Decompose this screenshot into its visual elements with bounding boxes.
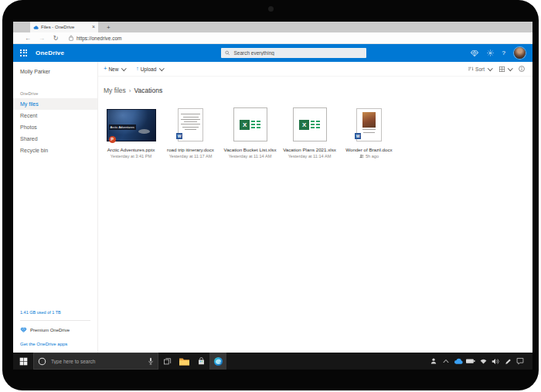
refresh-button[interactable]: ↻ bbox=[49, 35, 63, 42]
view-toggle-button[interactable] bbox=[499, 66, 512, 72]
sidebar-item-my-files[interactable]: My files bbox=[13, 98, 97, 110]
taskbar-search-box[interactable] bbox=[33, 353, 158, 370]
chevron-down-icon bbox=[159, 66, 164, 70]
taskbar-search-input[interactable] bbox=[49, 358, 145, 365]
page: Files - OneDrive × + ← → ↻ https://onedr… bbox=[0, 0, 541, 392]
file-modified: Yesterday at 11:17 AM bbox=[161, 154, 220, 159]
chevron-down-icon bbox=[121, 66, 126, 70]
task-view-icon bbox=[163, 357, 172, 366]
premium-diamond-icon[interactable] bbox=[471, 50, 478, 56]
user-name: Molly Parker bbox=[13, 62, 97, 74]
address-bar: ← → ↻ https://onedrive.com bbox=[13, 32, 532, 44]
sidebar-item-shared[interactable]: Shared bbox=[13, 133, 97, 145]
grid-view-icon bbox=[499, 66, 505, 72]
pen-icon bbox=[505, 358, 512, 365]
files-grid: Arctic AdventuresPArctic Adventures.pptx… bbox=[98, 94, 532, 159]
file-modified: Yesterday at 11:14 AM bbox=[220, 154, 280, 159]
sidebar-item-recent[interactable]: Recent bbox=[13, 110, 97, 121]
storage-usage-text: 1.41 GB used of 1 TB bbox=[13, 310, 97, 320]
url-text[interactable]: https://onedrive.com bbox=[77, 36, 122, 41]
start-button[interactable] bbox=[13, 353, 33, 370]
docx-photo-thumbnail: W bbox=[356, 108, 382, 141]
sidebar: Molly Parker OneDrive My filesRecentPhot… bbox=[13, 62, 98, 353]
upload-button[interactable]: ↑ Upload bbox=[136, 66, 164, 72]
thumbnail-photo bbox=[362, 112, 376, 128]
get-apps-link[interactable]: Get the OneDrive apps bbox=[13, 339, 97, 346]
show-hidden-icons-button[interactable] bbox=[440, 353, 452, 370]
pen-button[interactable] bbox=[502, 353, 514, 370]
people-button[interactable] bbox=[427, 353, 440, 370]
plus-icon: + bbox=[104, 66, 107, 72]
shared-icon bbox=[359, 154, 364, 159]
new-button[interactable]: + New bbox=[104, 66, 126, 72]
view-controls: Sort bbox=[468, 66, 525, 72]
header-search-input[interactable] bbox=[232, 49, 362, 56]
file-name: Wonder of Brazil.docx bbox=[339, 147, 399, 152]
file-modified: Yesterday at 3:41 PM bbox=[101, 154, 161, 159]
header-search-box[interactable] bbox=[221, 48, 366, 58]
breadcrumb-root[interactable]: My files bbox=[104, 87, 126, 94]
excel-grid-icon bbox=[311, 121, 320, 129]
onedrive-cloud-icon bbox=[33, 26, 39, 29]
file-tile[interactable]: Wroad trip itinerary.docxYesterday at 11… bbox=[161, 105, 220, 159]
onedrive-header: OneDrive ? bbox=[13, 44, 532, 62]
back-button[interactable]: ← bbox=[21, 35, 35, 42]
onedrive-brand[interactable]: OneDrive bbox=[36, 49, 64, 56]
help-button[interactable]: ? bbox=[502, 49, 505, 56]
thumbnail-caption: Arctic Adventures bbox=[109, 124, 136, 130]
docx-thumbnail: W bbox=[178, 108, 203, 141]
tab-title: Files - OneDrive bbox=[41, 25, 90, 29]
screen: Files - OneDrive × + ← → ↻ https://onedr… bbox=[13, 22, 532, 370]
edge-browser-button[interactable] bbox=[209, 353, 226, 370]
breadcrumb-current: Vacations bbox=[134, 87, 162, 94]
microsoft-store-button[interactable] bbox=[192, 353, 209, 370]
file-tile[interactable]: XVacation Plans 2021.xlsxYesterday at 11… bbox=[280, 105, 339, 159]
premium-onedrive-button[interactable]: Premium OneDrive bbox=[13, 321, 97, 339]
new-tab-button[interactable]: + bbox=[103, 22, 114, 32]
chevron-down-icon bbox=[488, 66, 492, 70]
tab-close-icon[interactable]: × bbox=[92, 22, 95, 32]
file-modified: Yesterday at 11:14 AM bbox=[280, 154, 339, 159]
app-launcher-icon[interactable] bbox=[20, 49, 28, 57]
sort-button[interactable]: Sort bbox=[468, 66, 492, 72]
file-tile[interactable]: Arctic AdventuresPArctic Adventures.pptx… bbox=[101, 105, 161, 159]
breadcrumb: My files › Vacations bbox=[98, 77, 532, 94]
file-explorer-button[interactable] bbox=[175, 353, 192, 370]
edge-icon bbox=[213, 356, 223, 366]
microphone-icon[interactable] bbox=[148, 357, 154, 366]
command-bar: + New ↑ Upload Sort bbox=[98, 62, 532, 77]
sidebar-nav: My filesRecentPhotosSharedRecycle bin bbox=[13, 98, 97, 156]
store-icon bbox=[197, 357, 206, 366]
excel-grid-icon bbox=[251, 121, 260, 129]
details-pane-button[interactable] bbox=[519, 66, 525, 72]
volume-button[interactable] bbox=[489, 353, 502, 370]
sidebar-footer: 1.41 GB used of 1 TB Premium OneDrive Ge… bbox=[13, 310, 97, 346]
browser-tab[interactable]: Files - OneDrive × bbox=[30, 22, 98, 32]
person-icon bbox=[430, 357, 437, 365]
settings-gear-icon[interactable] bbox=[487, 49, 494, 56]
wifi-icon bbox=[480, 358, 487, 364]
file-tile[interactable]: WWonder of Brazil.docx5h ago bbox=[339, 105, 399, 159]
user-avatar[interactable] bbox=[514, 47, 526, 59]
lock-icon bbox=[69, 35, 73, 41]
xlsx-thumbnail: X bbox=[293, 107, 327, 141]
action-center-button[interactable] bbox=[514, 353, 526, 370]
sidebar-item-recycle-bin[interactable]: Recycle bin bbox=[13, 145, 97, 156]
speaker-icon bbox=[492, 358, 499, 365]
xlsx-thumbnail: X bbox=[233, 107, 267, 141]
action-center-icon bbox=[516, 357, 524, 365]
cortana-icon bbox=[38, 357, 46, 366]
forward-button[interactable]: → bbox=[35, 35, 49, 42]
task-view-button[interactable] bbox=[158, 353, 175, 370]
battery-button[interactable] bbox=[464, 353, 477, 370]
file-tile[interactable]: XVacation Bucket List.xlsxYesterday at 1… bbox=[220, 105, 280, 159]
sidebar-item-photos[interactable]: Photos bbox=[13, 121, 97, 133]
battery-icon bbox=[466, 358, 475, 364]
chevron-up-icon bbox=[443, 359, 449, 363]
file-name: Arctic Adventures.pptx bbox=[101, 147, 161, 152]
excel-icon: X bbox=[240, 120, 250, 130]
network-button[interactable] bbox=[477, 353, 489, 370]
device-frame: Files - OneDrive × + ← → ↻ https://onedr… bbox=[2, 0, 539, 390]
taskbar bbox=[13, 353, 532, 370]
onedrive-tray-button[interactable] bbox=[452, 353, 464, 370]
